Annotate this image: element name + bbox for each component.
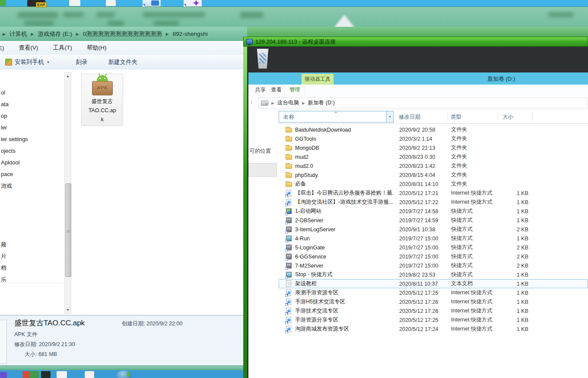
breadcrumb-arrow-icon: ▶ [3,32,6,36]
sidebar-item[interactable]: 频 [0,239,64,250]
desktop-icon-fragment[interactable] [0,372,7,378]
column-header-date[interactable]: 修改日期 [399,113,420,121]
table-row[interactable]: mud2 2020/8/23 0:30 文件夹 [279,152,588,161]
table-row[interactable]: BaiduNetdiskDownload 2020/9/2 20:58 文件夹 [279,125,588,134]
install-to-phone-button[interactable]: 安装到手机 ▼ [1,57,54,68]
breadcrumb-volume-d[interactable]: 新加卷 (D:) [308,99,335,107]
menu-item-help[interactable]: 帮助(H) [87,44,107,52]
table-row[interactable]: 手游资源分享专区 2020/5/12 17:25 Internet 快捷方式 1… [279,315,588,324]
tab-manage[interactable]: 管理 [285,85,305,95]
desktop-icon-download-fragment[interactable] [117,371,131,378]
desktop-icon-fragment[interactable] [69,0,80,6]
column-separator[interactable] [447,112,448,121]
file-browser-body: olataoplerler settingsojectsApktoolpace游… [0,69,245,315]
table-row[interactable]: 【淘游交流社区】-游戏技术交流手游服... 2020/5/12 17:22 In… [279,198,588,207]
sidebar-item[interactable]: ojects [0,145,64,157]
up-arrow-icon[interactable]: ↑ [250,99,253,105]
desktop-icon-fragment[interactable] [0,0,6,6]
table-row[interactable]: GGTools 2020/3/2 1:14 文件夹 [279,134,588,143]
sidebar-item[interactable]: 片 [0,250,64,262]
sidebar-item[interactable]: ata [0,98,64,110]
tab-share[interactable]: 共享 [255,85,266,95]
table-row[interactable]: 3-ItemLogServer 2020/9/1 10:38 快捷方式 2 KB [279,225,588,234]
breadcrumb-segment[interactable]: 0测测测测测测测测测测测测测 [83,30,162,38]
address-breadcrumb[interactable]: ▶计算机▶游戏储存 (E:)▶0测测测测测测测测测测测测测▶892-shengs… [0,27,247,41]
breadcrumb-arrow-icon: ▶ [31,32,34,36]
breadcrumb-segment[interactable]: 计算机 [10,30,27,38]
column-header-type[interactable]: 类型 [451,113,461,121]
rdp-title-bar[interactable]: 129.204.189.113 - 远程桌面连接 [243,37,588,47]
sidebar-scrollbar[interactable]: ▲ ▼ [64,72,71,314]
table-row[interactable]: 手游H5技术交流专区 2020/5/12 17:26 Internet 快捷方式… [279,297,588,306]
table-row[interactable]: 必备 2020/8/31 14:10 文件夹 [279,180,588,189]
desktop-icon-eap[interactable]: EAP [27,0,45,6]
column-header-name[interactable]: 名称 ▲ ▼ [279,111,394,123]
burn-button[interactable]: 刻录 [71,57,92,68]
sidebar-item[interactable]: ler [0,122,64,133]
sidebar-item[interactable]: pace [0,168,64,180]
breadcrumb-segment[interactable]: 游戏储存 (E:) [38,30,72,38]
nav-item-partial[interactable]: 可的位置 [249,148,271,155]
table-row[interactable]: 7-M2Server 2019/7/27 15:00 快捷方式 2 KB [279,261,588,270]
table-row[interactable]: 【双击】今日腾讯云秒杀服务器抢购！最... 2020/5/12 17:21 In… [279,189,588,198]
desktop-icon-fragment[interactable] [41,371,51,378]
sort-ascending-icon: ▲ [334,110,337,113]
details-size: 大小: 681 MB [25,351,57,358]
breadcrumb-this-pc[interactable]: 这台电脑 [277,99,299,107]
table-row[interactable]: 架设教程 2020/8/11 10:37 文本文档 1 KB [279,279,588,288]
scroll-thumb[interactable] [65,183,71,277]
sidebar-item[interactable]: ol [0,87,64,98]
table-row[interactable]: 2-DBServer 2019/7/27 14:59 快捷方式 1 KB [279,216,588,225]
new-folder-button[interactable]: 新建文件夹 [104,57,142,68]
table-row[interactable]: MongoDB 2020/9/2 21:13 文件夹 [279,143,588,152]
apk-file-tile[interactable]: APK 盛世复古 TAO.CC.ap k [81,74,123,126]
table-row[interactable]: 4-Run 2019/7/27 15:00 快捷方式 1 KB [279,234,588,243]
drive-tools-contextual-tab[interactable]: 驱动器工具 [302,74,334,85]
sidebar-item[interactable]: 乐 [0,274,64,285]
desktop-icon-fragment[interactable] [22,371,39,378]
sidebar-item[interactable]: Apktool [0,157,64,168]
scroll-down-arrow[interactable]: ▼ [65,306,71,313]
recycle-bin-icon[interactable] [256,49,269,69]
desktop-icon-fragment[interactable] [85,371,94,378]
file-name: 手游H5技术交流专区 [295,298,394,306]
table-row[interactable]: 淘游商城发布资源专区 2020/5/12 17:24 Internet 快捷方式… [279,324,588,334]
desktop-icon-fragment[interactable] [106,0,116,6]
file-name: mud2.0 [295,163,394,169]
sidebar-item[interactable]: 游戏 [0,180,64,192]
nav-pane-box[interactable] [248,163,277,177]
breadcrumb-segment[interactable]: 892-shengshi [173,31,208,37]
scroll-up-arrow[interactable]: ▲ [65,72,71,79]
table-row[interactable]: 5-LoginGate 2019/7/27 15:00 快捷方式 2 KB [279,243,588,252]
header-filter-dropdown[interactable]: ▼ [386,111,393,122]
column-header-size[interactable]: 大小 [502,113,513,121]
desktop-icon-fragment[interactable] [57,371,67,378]
sidebar-item[interactable]: ler settings [0,133,64,145]
desktop-icon-shortcut-purple[interactable] [184,0,202,6]
table-row[interactable]: 亲测手游资源专区 2020/5/12 17:25 Internet 快捷方式 1… [279,288,588,297]
eap-badge: EAP [36,2,47,7]
desktop-icon-shortcut-blue[interactable] [143,0,161,6]
remote-breadcrumb[interactable]: ▶ 这台电脑 ▶ 新加卷 (D:) [258,98,587,108]
ie-icon [286,299,292,306]
file-type: 快捷方式 [448,235,498,242]
table-row[interactable]: Stop - 快捷方式 2019/8/2 23:53 快捷方式 1 KB [279,270,588,279]
tab-view[interactable]: 查看 [271,85,282,95]
file-date: 2019/7/27 15:00 [394,263,448,269]
sidebar-item[interactable]: op [0,110,64,122]
table-row[interactable]: 1-启动网站 2019/7/27 14:58 快捷方式 1 KB [279,207,588,216]
column-separator[interactable] [498,112,498,121]
menu-item-partial[interactable]: E) [0,45,4,51]
table-row[interactable]: phpStudy 2020/8/15 4:04 文件夹 [279,170,588,180]
column-separator[interactable] [532,112,533,121]
sidebar-item[interactable]: 档 [0,262,64,274]
table-row[interactable]: mud2.0 2020/8/23 1:42 文件夹 [279,161,588,170]
table-row[interactable]: 手游技术交流专区 2020/5/12 17:26 Internet 快捷方式 1… [279,306,588,315]
column-headers: 名称 ▲ ▼ 修改日期 类型 大小 [279,110,588,124]
file-date: 2020/3/2 1:14 [394,136,448,142]
menu-item-view[interactable]: 查看(V) [19,44,38,52]
menu-item-tools[interactable]: 工具(T) [53,44,72,52]
app-icon [286,262,292,269]
table-row[interactable]: 6-GGService 2019/7/27 15:00 快捷方式 2 KB [279,252,588,261]
ie-icon [286,326,292,333]
